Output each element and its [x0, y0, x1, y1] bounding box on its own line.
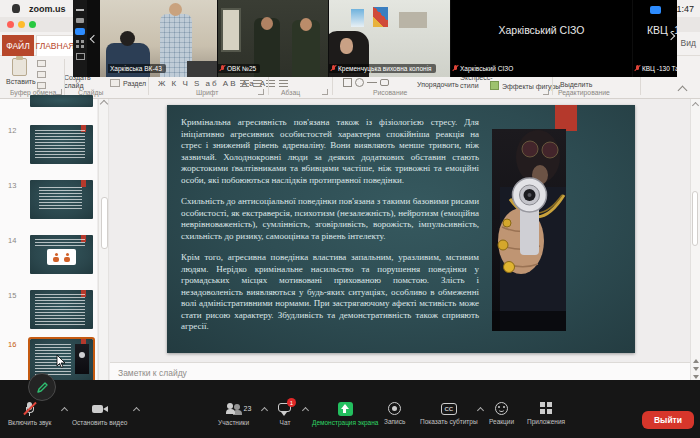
slide-thumbnail[interactable] [30, 235, 93, 274]
share-screen-button[interactable]: Демонстрация экрана [312, 402, 378, 426]
scroll-up-icon[interactable] [100, 100, 108, 108]
group-label-paragraph: Абзац [281, 89, 300, 96]
participants-button[interactable]: 23 Участники [218, 402, 249, 426]
cut-icon[interactable] [37, 60, 46, 67]
group-separator [64, 59, 65, 95]
tab-view[interactable]: Вид [681, 38, 696, 48]
participants-options-icon[interactable] [262, 408, 268, 414]
line-shape-icon[interactable] [367, 82, 377, 83]
shape-effects-button[interactable]: Эффекты фигуры [490, 81, 560, 90]
thumbnail-scrollbar[interactable] [98, 99, 109, 383]
mouse-cursor [56, 355, 66, 368]
participant-video[interactable]: Харківський СІЗО Харківський СІЗО [451, 0, 632, 77]
thumbnail-number: 16 [8, 340, 16, 349]
pinned-icon[interactable] [650, 6, 661, 14]
muted-mic-icon [25, 402, 35, 416]
collapse-ribbon-icon[interactable] [679, 84, 686, 91]
format-painter-icon[interactable] [37, 82, 46, 89]
thumbnail-number: 14 [8, 236, 16, 245]
tab-file[interactable]: ФАЙЛ [2, 35, 34, 56]
participant-video[interactable]: Кременчуцька виховна колонія [329, 0, 450, 77]
scroll-up-icon[interactable] [692, 102, 699, 109]
muted-mic-icon [635, 65, 640, 72]
apple-icon[interactable] [12, 4, 20, 13]
captions-button[interactable]: CC Показать субтитры [420, 402, 478, 425]
thumbnail-photo [75, 344, 89, 374]
scrollbar-thumb[interactable] [101, 197, 108, 249]
camera-icon [92, 402, 108, 416]
participant-name: Харківський СІЗО [451, 64, 517, 73]
arrange-button[interactable]: Упорядочить [417, 81, 459, 88]
gallery-view-icon[interactable] [76, 40, 84, 48]
captions-options-icon[interactable] [478, 408, 484, 414]
apps-icon [540, 402, 553, 415]
slide-thumbnail[interactable] [30, 125, 93, 164]
group-label-drawing: Рисование [373, 89, 407, 96]
dialog-launcher-icon[interactable] [258, 89, 264, 95]
slide-thumbnail[interactable] [30, 95, 93, 107]
reactions-button[interactable]: Реакции [489, 402, 514, 425]
paste-label: Вставить [6, 78, 32, 85]
apps-button[interactable]: Приложения [527, 402, 565, 425]
muted-mic-icon [453, 65, 458, 72]
participant-video[interactable]: ОВК №25 [218, 0, 328, 77]
paragraph-tools[interactable] [240, 80, 288, 88]
dialog-launcher-icon[interactable] [543, 89, 549, 95]
chevron-right-icon [667, 32, 675, 40]
next-videos-button[interactable] [668, 33, 674, 39]
leave-meeting-button[interactable]: Выйти [642, 411, 694, 429]
record-button[interactable]: Запись [384, 402, 405, 425]
participant-name: ОВК №25 [218, 64, 260, 73]
speaker-view-icon[interactable] [76, 18, 84, 23]
mic-options-icon[interactable] [62, 408, 68, 414]
zoom-window-button[interactable] [29, 21, 36, 28]
screen: zoom.us Ко 11:47 ФАЙЛ ГЛАВНАЯ Вид Встави… [0, 0, 700, 438]
slide-paragraph: Схильність до антисоціальної поведінки п… [181, 196, 479, 242]
previous-slide-icon[interactable] [693, 367, 699, 371]
select-button[interactable]: Выделить [560, 81, 592, 88]
rounded-rect-shape-icon[interactable] [380, 79, 389, 86]
bullets-icon[interactable] [240, 80, 249, 88]
active-view-icon[interactable] [75, 28, 85, 35]
scroll-down-icon[interactable] [693, 359, 699, 363]
stop-video-button[interactable]: Остановить видео [72, 402, 127, 426]
filmstrip-view-icon[interactable] [76, 53, 85, 60]
participants-icon: 23 [226, 402, 242, 416]
cartoon-figures [47, 249, 76, 265]
slide-thumbnail[interactable] [30, 180, 93, 219]
current-slide[interactable]: Кримінальна агресивність пов'язана також… [167, 105, 635, 353]
video-tiles: Харківська ВК-43 ОВК №25 Кремен [100, 0, 677, 77]
slide-editing-area: Кримінальна агресивність пов'язана також… [110, 99, 690, 383]
rectangle-shape-icon[interactable] [343, 78, 352, 87]
chat-options-icon[interactable] [303, 408, 309, 414]
slide-text-block[interactable]: Кримінальна агресивність пов'язана також… [181, 117, 479, 343]
menubar-app-name[interactable]: zoom.us [29, 4, 66, 14]
minimize-window-button[interactable] [18, 21, 25, 28]
copy-icon[interactable] [37, 71, 46, 78]
annotation-button[interactable] [28, 373, 56, 401]
ellipse-shape-icon[interactable] [355, 78, 364, 87]
minimize-strip-icon[interactable] [76, 9, 84, 11]
align-icon[interactable] [279, 80, 288, 88]
next-slide-icon[interactable] [693, 375, 699, 379]
participant-video[interactable]: Харківська ВК-43 [100, 0, 217, 77]
video-options-icon[interactable] [134, 408, 140, 414]
close-window-button[interactable] [7, 21, 14, 28]
section-button[interactable]: Раздел [110, 79, 146, 87]
muted-mic-icon [331, 65, 336, 72]
scrollbar-thumb[interactable] [692, 191, 698, 246]
participant-name: Кременчуцька виховна колонія [329, 64, 436, 73]
chat-button[interactable]: 1 Чат [278, 402, 292, 426]
share-screen-icon [338, 402, 353, 416]
unmute-button[interactable]: Включить звук [8, 402, 51, 426]
vertical-scrollbar[interactable] [690, 99, 700, 383]
collapse-strip-button[interactable] [87, 0, 100, 77]
participants-count: 23 [244, 405, 252, 412]
slide-thumbnail[interactable] [30, 290, 93, 329]
clipboard-mini-buttons [37, 60, 46, 89]
shapes-gallery[interactable] [343, 78, 389, 87]
dialog-launcher-icon[interactable] [322, 89, 328, 95]
tab-home[interactable]: ГЛАВНАЯ [36, 35, 74, 56]
numbering-icon[interactable] [253, 80, 262, 88]
gun-photo[interactable] [492, 129, 566, 331]
